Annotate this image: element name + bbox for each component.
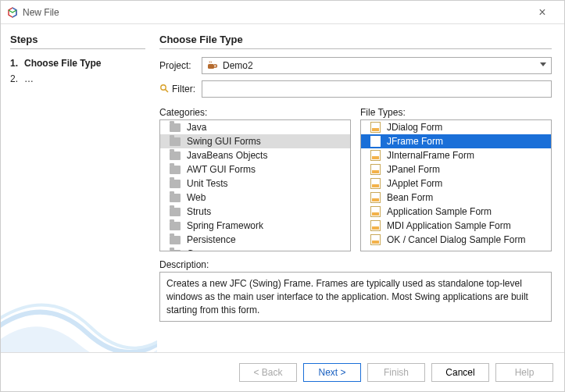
- category-item-label: Spring Framework: [187, 220, 263, 231]
- title-bar: New File ×: [1, 1, 564, 24]
- category-item[interactable]: Groovy: [160, 247, 350, 251]
- category-item-label: Struts: [187, 206, 211, 217]
- folder-icon: [170, 222, 181, 230]
- steps-panel: Steps 1.Choose File Type 2.…: [1, 24, 153, 352]
- category-item-label: AWT GUI Forms: [187, 164, 256, 175]
- form-file-icon: [370, 136, 381, 147]
- filetype-item[interactable]: JApplet Form: [361, 176, 551, 191]
- filetype-item-label: JFrame Form: [387, 136, 443, 147]
- filter-label: Filter:: [159, 84, 202, 95]
- search-icon: [159, 84, 169, 95]
- cancel-button[interactable]: Cancel: [431, 363, 489, 382]
- project-value: Demo2: [223, 60, 253, 71]
- main-panel: Choose File Type Project: Demo2: [153, 24, 564, 352]
- filetype-item-label: MDI Application Sample Form: [387, 220, 511, 231]
- filetypes-label: File Types:: [360, 107, 552, 118]
- filetype-item[interactable]: JFrame Form: [361, 134, 551, 148]
- categories-label: Categories:: [159, 107, 351, 118]
- form-file-icon: [370, 178, 381, 189]
- folder-icon: [170, 166, 181, 174]
- app-icon: [7, 7, 18, 18]
- filetype-item[interactable]: JPanel Form: [361, 162, 551, 176]
- folder-icon: [170, 236, 181, 244]
- form-file-icon: [370, 206, 381, 217]
- category-item-label: Persistence: [187, 234, 236, 245]
- form-file-icon: [370, 192, 381, 203]
- form-file-icon: [370, 220, 381, 231]
- filetype-item-label: Application Sample Form: [387, 206, 492, 217]
- svg-point-1: [161, 84, 166, 89]
- form-file-icon: [370, 150, 381, 161]
- category-item[interactable]: Java: [160, 120, 350, 134]
- filetype-item[interactable]: MDI Application Sample Form: [361, 219, 551, 233]
- project-select[interactable]: Demo2: [202, 57, 552, 74]
- filetype-item-label: OK / Cancel Dialog Sample Form: [387, 234, 525, 245]
- svg-line-2: [166, 89, 169, 92]
- filetype-item-label: JPanel Form: [387, 164, 440, 175]
- category-item-label: Swing GUI Forms: [187, 136, 261, 147]
- folder-icon: [170, 151, 181, 160]
- form-file-icon: [370, 234, 381, 245]
- description-label: Description:: [159, 259, 552, 270]
- category-item[interactable]: Web: [160, 191, 350, 205]
- description-box: Creates a new JFC (Swing) Frame. Frames …: [159, 272, 552, 322]
- filter-input[interactable]: [202, 80, 552, 98]
- svg-rect-0: [208, 64, 214, 69]
- filetype-item-label: JInternalFrame Form: [387, 150, 474, 161]
- button-row: < Back Next > Finish Cancel Help: [1, 352, 564, 391]
- form-file-icon: [370, 122, 381, 133]
- chevron-down-icon: [540, 62, 546, 66]
- close-icon[interactable]: ×: [527, 5, 558, 20]
- filetype-item[interactable]: JInternalFrame Form: [361, 148, 551, 162]
- back-button: < Back: [239, 363, 297, 382]
- main-heading: Choose File Type: [159, 34, 552, 49]
- folder-icon: [170, 250, 181, 252]
- coffee-icon: [206, 59, 218, 72]
- category-item-label: Web: [187, 192, 206, 203]
- category-item-label: Groovy: [187, 248, 217, 251]
- steps-heading: Steps: [10, 34, 145, 49]
- category-item[interactable]: AWT GUI Forms: [160, 162, 350, 176]
- category-item-label: Unit Tests: [187, 178, 227, 189]
- category-item-label: JavaBeans Objects: [187, 150, 267, 161]
- project-label: Project:: [159, 60, 202, 71]
- filter-row: Filter:: [159, 80, 552, 98]
- categories-list[interactable]: JavaSwing GUI FormsJavaBeans ObjectsAWT …: [159, 119, 351, 251]
- category-item[interactable]: Struts: [160, 205, 350, 219]
- category-item[interactable]: Spring Framework: [160, 219, 350, 233]
- folder-icon: [170, 180, 181, 188]
- filetype-item[interactable]: Application Sample Form: [361, 205, 551, 219]
- finish-button: Finish: [367, 363, 425, 382]
- folder-icon: [170, 137, 181, 146]
- next-button[interactable]: Next >: [303, 363, 361, 382]
- filetype-item[interactable]: JDialog Form: [361, 120, 551, 134]
- filetype-item[interactable]: Bean Form: [361, 191, 551, 205]
- project-row: Project: Demo2: [159, 57, 552, 74]
- folder-icon: [170, 194, 181, 202]
- category-item[interactable]: Persistence: [160, 233, 350, 247]
- filetype-item[interactable]: OK / Cancel Dialog Sample Form: [361, 233, 551, 247]
- category-item[interactable]: Unit Tests: [160, 176, 350, 191]
- folder-icon: [170, 208, 181, 216]
- help-button: Help: [495, 363, 553, 382]
- step-item: 2.…: [10, 71, 145, 87]
- step-item: 1.Choose File Type: [10, 55, 145, 71]
- category-item[interactable]: Swing GUI Forms: [160, 134, 350, 148]
- filetype-item-label: JApplet Form: [387, 178, 442, 189]
- form-file-icon: [370, 164, 381, 175]
- filetype-item-label: Bean Form: [387, 192, 433, 203]
- filetypes-list[interactable]: JDialog FormJFrame FormJInternalFrame Fo…: [360, 119, 552, 251]
- steps-list: 1.Choose File Type 2.…: [10, 55, 145, 87]
- category-item-label: Java: [187, 122, 206, 133]
- window-title: New File: [23, 7, 59, 18]
- filetype-item-label: JDialog Form: [387, 122, 442, 133]
- folder-icon: [170, 123, 181, 132]
- category-item[interactable]: JavaBeans Objects: [160, 148, 350, 162]
